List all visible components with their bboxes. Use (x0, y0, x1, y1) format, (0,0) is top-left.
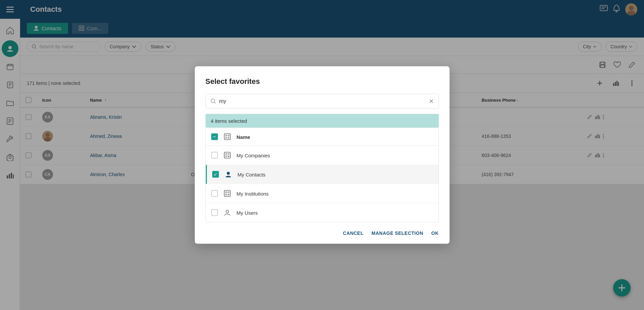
modal-list: − Name (206, 128, 439, 222)
my-institutions-checkbox[interactable] (211, 190, 218, 197)
select-favorites-modal: Select favorites ✕ 4 items selected − (195, 66, 450, 244)
modal-footer: CANCEL MANAGE SELECTION OK (206, 222, 439, 236)
my-contacts-checkbox[interactable]: ✓ (212, 171, 219, 178)
ok-button[interactable]: OK (431, 230, 439, 236)
selected-count-text: 4 items selected (211, 118, 247, 124)
svg-rect-83 (228, 153, 229, 155)
svg-rect-82 (225, 153, 227, 155)
my-companies-icon (223, 151, 232, 160)
svg-rect-85 (228, 156, 229, 157)
my-contacts-icon (224, 170, 233, 179)
my-institutions-icon (223, 189, 232, 198)
modal-search-clear[interactable]: ✕ (429, 98, 434, 105)
modal-search-input[interactable] (219, 98, 425, 104)
svg-rect-89 (228, 192, 229, 193)
my-institutions-item[interactable]: My Institutions (206, 184, 438, 203)
svg-rect-77 (225, 135, 227, 137)
header-checkbox[interactable]: − (211, 134, 218, 140)
my-companies-item[interactable]: My Companies (206, 146, 438, 165)
svg-rect-90 (225, 194, 227, 196)
my-users-checkbox[interactable] (211, 209, 218, 216)
selected-count-bar: 4 items selected (206, 114, 439, 128)
modal-title: Select favorites (206, 77, 439, 86)
svg-rect-80 (228, 137, 229, 139)
my-companies-label: My Companies (237, 152, 270, 158)
my-contacts-item[interactable]: ✓ My Contacts (206, 165, 438, 184)
my-users-label: My Users (237, 210, 258, 215)
name-row-label: Name (237, 134, 250, 140)
my-institutions-label: My Institutions (237, 191, 269, 196)
svg-rect-79 (225, 137, 227, 139)
modal-search-box[interactable]: ✕ (206, 94, 439, 109)
svg-rect-88 (225, 192, 227, 193)
svg-rect-87 (224, 191, 230, 197)
modal-list-header-row: − Name (206, 128, 438, 146)
svg-line-75 (214, 102, 216, 104)
svg-point-92 (226, 210, 229, 213)
svg-point-86 (227, 172, 230, 175)
cancel-button[interactable]: CANCEL (343, 230, 363, 236)
svg-rect-91 (228, 194, 229, 196)
my-companies-checkbox[interactable] (211, 152, 218, 159)
svg-rect-84 (225, 156, 227, 157)
svg-point-74 (211, 99, 215, 103)
manage-selection-button[interactable]: MANAGE SELECTION (371, 230, 423, 236)
name-row-icon (223, 132, 232, 142)
svg-rect-78 (228, 135, 229, 137)
my-users-icon (223, 208, 232, 217)
my-users-item[interactable]: My Users (206, 203, 438, 222)
svg-rect-81 (224, 152, 230, 158)
svg-rect-76 (224, 134, 230, 140)
my-contacts-label: My Contacts (238, 171, 266, 177)
